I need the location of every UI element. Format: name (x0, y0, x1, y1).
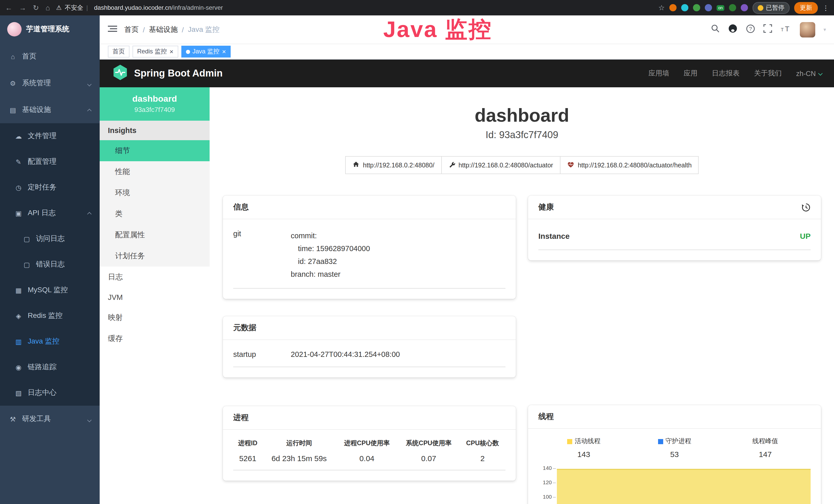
breadcrumb-infra[interactable]: 基础设施 (149, 25, 178, 34)
sidebar-item-access-log[interactable]: ▢ 访问日志 (0, 226, 100, 252)
font-size-icon[interactable]: TT (780, 24, 792, 35)
sba-nav-journal[interactable]: 日志报表 (712, 69, 740, 78)
sba-menu-environment[interactable]: 环境 (100, 182, 210, 203)
sidebar-item-scheduled-jobs[interactable]: ◷ 定时任务 (0, 175, 100, 200)
app-title: 芋道管理系统 (26, 25, 69, 34)
info-row-git: git commit: time: 1596289704000 id: 27aa… (233, 223, 505, 289)
tools-icon: ⚒ (9, 415, 17, 423)
tab-home[interactable]: 首页 (108, 46, 129, 58)
wrench-icon (448, 161, 455, 169)
sba-menu-logs[interactable]: 日志 (100, 267, 210, 288)
bookmark-star-icon[interactable]: ☆ (658, 4, 665, 12)
redis-icon: ◈ (14, 312, 23, 320)
timer-icon: ◷ (14, 184, 23, 191)
extension-icon[interactable] (741, 4, 748, 11)
breadcrumb-separator: / (182, 25, 184, 33)
log-icon: ▢ (23, 235, 31, 243)
sidebar-item-config-manage[interactable]: ✎ 配置管理 (0, 149, 100, 175)
address-bar[interactable]: dashboard.yudao.iocoder.cn/infra/admin-s… (94, 4, 223, 11)
status-badge: UP (800, 232, 811, 240)
sba-menu-config-props[interactable]: 配置属性 (100, 224, 210, 246)
sba-menu-caches[interactable]: 缓存 (100, 328, 210, 349)
sba-instance-header[interactable]: dashboard 93a3fc7f7409 (100, 87, 210, 121)
sidebar-item-java-monitor[interactable]: ▥ Java 监控 (0, 329, 100, 354)
sidebar-item-dev-tools[interactable]: ⚒ 研发工具 (0, 406, 100, 432)
metadata-row: startup 2021-04-27T00:44:31.254+08:00 (233, 344, 505, 367)
page-subtitle: Id: 93a3fc7f7409 (210, 130, 834, 141)
sidebar-item-log-center[interactable]: ▧ 日志中心 (0, 380, 100, 406)
extension-icon[interactable] (693, 4, 700, 11)
github-icon[interactable] (728, 24, 738, 36)
close-icon[interactable]: × (222, 48, 226, 55)
sidebar-item-file-manage[interactable]: ☁ 文件管理 (0, 123, 100, 149)
info-value: commit: time: 1596289704000 id: 27aa832 … (291, 230, 505, 281)
sidebar-item-label: API 日志 (28, 208, 56, 218)
sba-locale-select[interactable]: zh-CN (796, 70, 822, 77)
sba-menu-details[interactable]: 细节 (100, 140, 210, 161)
sidebar-item-home[interactable]: ⌂ 首页 (0, 43, 100, 70)
extension-icon[interactable] (670, 4, 677, 11)
close-icon[interactable]: × (170, 48, 173, 55)
sba-nav-wall[interactable]: 应用墙 (648, 69, 669, 78)
sidebar-item-error-log[interactable]: ▢ 错误日志 (0, 252, 100, 277)
legend-label: 守护进程 (665, 437, 691, 446)
sidebar-item-system[interactable]: ⚙ 系统管理 (0, 70, 100, 96)
link-label: http://192.168.0.2:48080/actuator (459, 161, 553, 169)
history-icon[interactable] (802, 203, 811, 212)
svg-text:?: ? (749, 26, 752, 31)
extension-on-badge[interactable]: on (717, 5, 724, 10)
fullscreen-icon[interactable] (763, 24, 772, 35)
extension-icon[interactable] (681, 4, 688, 11)
tab-java-monitor[interactable]: Java 监控× (181, 46, 231, 58)
sba-nav-about[interactable]: 关于我们 (754, 69, 782, 78)
instance-name: dashboard (104, 94, 205, 104)
actuator-url-link[interactable]: http://192.168.0.2:48080/actuator (441, 156, 560, 174)
sba-main: dashboard Id: 93a3fc7f7409 http://192.16… (210, 87, 834, 504)
git-id-line: id: 27aa832 (298, 255, 505, 268)
extensions-puzzle-icon[interactable] (705, 4, 712, 11)
paused-badge[interactable]: 已暂停 (752, 2, 790, 14)
legend-label: 活动线程 (575, 437, 600, 446)
sidebar-item-redis-monitor[interactable]: ◈ Redis 监控 (0, 303, 100, 329)
reload-icon[interactable]: ↻ (33, 4, 39, 12)
hamburger-icon[interactable] (108, 25, 117, 34)
chart-y-axis: 140– 120– 100– (539, 465, 557, 504)
sba-menu-mappings[interactable]: 映射 (100, 307, 210, 328)
sba-nav-applications[interactable]: 应用 (683, 69, 697, 78)
sba-menu-classes[interactable]: 类 (100, 203, 210, 224)
update-button[interactable]: 更新 (794, 2, 818, 14)
avatar-caret-icon[interactable]: ▾ (824, 27, 826, 32)
sidebar-item-api-logs[interactable]: ▣ API 日志 (0, 200, 100, 226)
sba-brand-title[interactable]: Spring Boot Admin (134, 68, 223, 79)
sba-menu-metrics[interactable]: 性能 (100, 161, 210, 182)
page: ← → ↻ ⌂ ⚠ 不安全 | dashboard.yudao.iocoder.… (0, 0, 834, 504)
cell-value: 5261 (233, 451, 262, 470)
sba-menu-scheduled-tasks[interactable]: 计划任务 (100, 246, 210, 267)
service-url-link[interactable]: http://192.168.0.2:48080/ (345, 156, 441, 174)
health-url-link[interactable]: http://192.168.0.2:48080/actuator/health (560, 156, 699, 174)
avatar[interactable] (800, 22, 815, 37)
svg-text:T: T (781, 27, 784, 32)
sidebar-item-label: 首页 (22, 52, 37, 61)
tab-redis-monitor[interactable]: Redis 监控× (133, 46, 178, 58)
sidebar-item-infra[interactable]: ▤ 基础设施 (0, 96, 100, 123)
app-logo[interactable]: 芋道管理系统 (0, 16, 100, 43)
tab-label: Java 监控 (192, 47, 219, 56)
sba-sidebar: dashboard 93a3fc7f7409 Insights 细节 性能 环境… (100, 87, 210, 504)
chevron-down-icon (88, 79, 91, 87)
forward-icon[interactable]: → (19, 4, 26, 12)
sba-menu-jvm[interactable]: JVM (100, 288, 210, 307)
breadcrumb-home[interactable]: 首页 (124, 25, 139, 34)
process-header-row: 进程ID 运行时间 进程CPU使用率 系统CPU使用率 CPU核心数 (233, 434, 505, 451)
browser-menu-icon[interactable]: ⋮ (822, 4, 829, 12)
search-icon[interactable] (711, 24, 720, 35)
legend-label: 线程峰值 (752, 437, 778, 446)
back-icon[interactable]: ← (5, 4, 12, 12)
sidebar-item-mysql-monitor[interactable]: ▦ MySQL 监控 (0, 277, 100, 303)
tab-label: Redis 监控 (137, 47, 167, 56)
help-icon[interactable]: ? (746, 24, 755, 35)
sidebar-item-tracing[interactable]: ◉ 链路追踪 (0, 354, 100, 380)
home-icon[interactable]: ⌂ (45, 4, 50, 12)
extension-icon[interactable] (729, 4, 736, 11)
security-label[interactable]: 不安全 (65, 3, 83, 12)
